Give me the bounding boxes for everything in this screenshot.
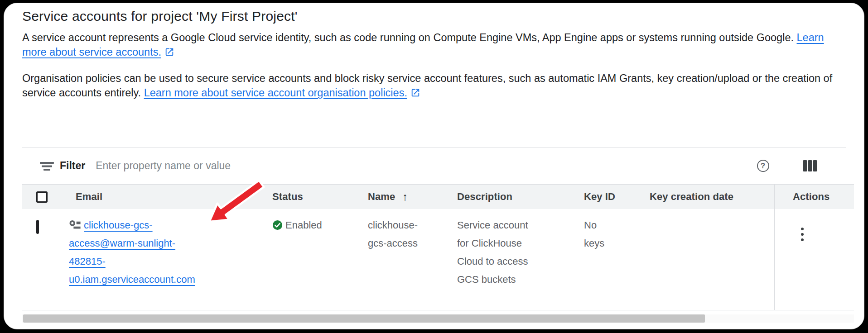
status-cell: Enabled bbox=[262, 209, 362, 310]
column-header-name[interactable]: Name↑ bbox=[362, 185, 450, 209]
column-header-key-id[interactable]: Key ID bbox=[577, 185, 643, 209]
intro-text: A service account represents a Google Cl… bbox=[22, 32, 794, 43]
row-select-cell bbox=[22, 209, 63, 310]
column-display-options-icon[interactable] bbox=[803, 160, 817, 171]
column-header-email[interactable]: Email bbox=[63, 185, 262, 209]
column-header-key-creation-date[interactable]: Key creation date bbox=[643, 185, 774, 209]
filter-input[interactable] bbox=[96, 160, 755, 172]
sort-ascending-icon: ↑ bbox=[402, 190, 408, 203]
open-in-new-icon bbox=[164, 47, 174, 57]
toolbar-divider bbox=[784, 155, 784, 177]
filter-bar: Filter ? bbox=[22, 147, 846, 184]
page-title: Service accounts for project 'My First P… bbox=[22, 8, 846, 25]
horizontal-scrollbar-thumb[interactable] bbox=[23, 314, 705, 323]
open-in-new-icon bbox=[410, 88, 420, 98]
description-cell: Service account for ClickHouse Cloud to … bbox=[450, 209, 577, 310]
horizontal-scrollbar[interactable] bbox=[22, 314, 854, 323]
learn-more-org-policies-link[interactable]: Learn more about service account organis… bbox=[144, 87, 420, 99]
column-header-status[interactable]: Status bbox=[262, 185, 362, 209]
intro-paragraph: A service account represents a Google Cl… bbox=[22, 30, 842, 59]
help-icon[interactable]: ? bbox=[755, 158, 771, 174]
status-enabled-check-icon bbox=[272, 220, 283, 230]
name-cell: clickhouse-gcs-access bbox=[362, 209, 450, 310]
filter-icon bbox=[40, 162, 54, 171]
more-vert-icon[interactable] bbox=[798, 225, 806, 244]
service-accounts-panel: Service accounts for project 'My First P… bbox=[4, 3, 864, 329]
select-all-checkbox[interactable] bbox=[36, 191, 48, 203]
table-row: clickhouse-gcs-access@warm-sunlight-4828… bbox=[22, 209, 854, 310]
service-account-email-link[interactable]: clickhouse-gcs-access@warm-sunlight-4828… bbox=[69, 219, 195, 285]
key-creation-date-cell bbox=[643, 209, 774, 310]
key-id-cell: No keys bbox=[577, 209, 643, 310]
org-policy-paragraph: Organisation policies can be used to sec… bbox=[22, 71, 842, 100]
filter-label: Filter bbox=[60, 160, 85, 172]
table-header-row: Email Status Name↑ Description Key ID Ke… bbox=[22, 184, 854, 209]
select-all-cell bbox=[22, 185, 63, 209]
column-header-description[interactable]: Description bbox=[450, 185, 577, 209]
actions-cell bbox=[774, 209, 854, 310]
service-accounts-table: Filter ? Email Status Name↑ Description … bbox=[22, 147, 846, 310]
row-checkbox[interactable] bbox=[36, 220, 39, 234]
status-text: Enabled bbox=[285, 219, 322, 231]
service-account-key-icon bbox=[69, 220, 81, 229]
filter-button[interactable]: Filter bbox=[22, 160, 85, 172]
question-mark-glyph: ? bbox=[761, 162, 765, 171]
email-cell: clickhouse-gcs-access@warm-sunlight-4828… bbox=[63, 209, 262, 310]
column-header-actions: Actions bbox=[774, 185, 854, 209]
